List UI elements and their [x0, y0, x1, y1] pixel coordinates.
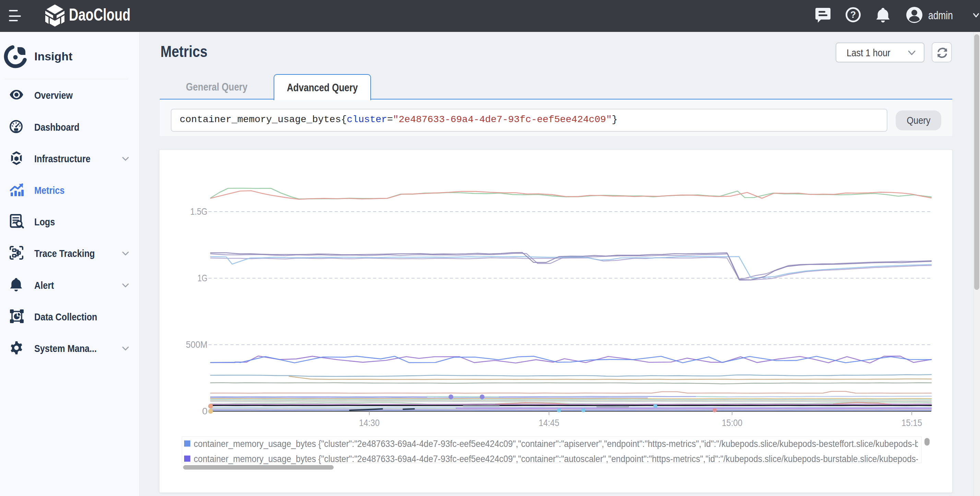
- svg-text:15:15: 15:15: [902, 418, 922, 428]
- svg-text:14:45: 14:45: [539, 418, 559, 428]
- svg-text:?: ?: [850, 10, 856, 20]
- svg-text:500M: 500M: [186, 339, 207, 350]
- svg-text:0: 0: [202, 406, 207, 416]
- svg-text:15:00: 15:00: [722, 418, 742, 428]
- svg-text:1G: 1G: [197, 273, 207, 283]
- svg-text:1.5G: 1.5G: [190, 206, 207, 217]
- svg-text:14:30: 14:30: [359, 418, 380, 428]
